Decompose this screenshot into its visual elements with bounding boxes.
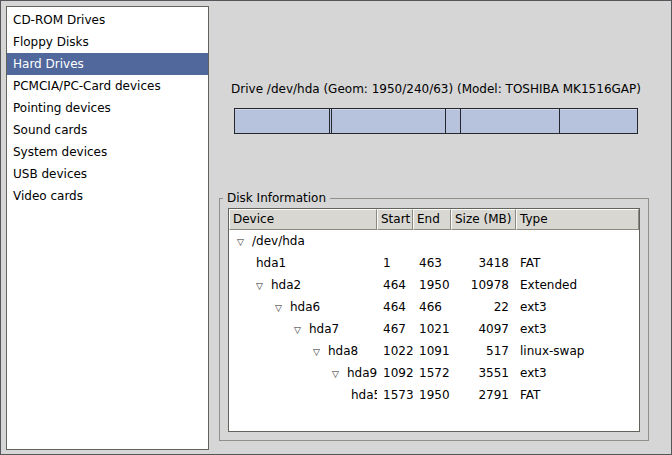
table-row[interactable]: hda5 1573 1950 2791 FAT: [229, 384, 639, 406]
size-cell: 10978: [451, 274, 516, 296]
end-cell: 1572: [413, 362, 451, 384]
device-cell: ▽hda7: [229, 318, 377, 340]
end-cell: 1950: [413, 384, 451, 406]
end-cell: 466: [413, 296, 451, 318]
table-header-row: Device Start End Size (MB) Type: [229, 209, 639, 230]
device-cell: hda1: [229, 252, 377, 274]
device-label: hda1: [256, 256, 286, 270]
expander-icon[interactable]: ▽: [256, 275, 271, 296]
column-header-start[interactable]: Start: [377, 209, 413, 230]
end-cell: [413, 230, 451, 252]
partition-segment-hda1: [235, 109, 329, 133]
partition-segment-hda8: [445, 109, 460, 133]
type-cell: FAT: [516, 384, 639, 406]
partition-segment-hda7: [331, 109, 445, 133]
column-header-end[interactable]: End: [413, 209, 451, 230]
disk-information-frame: Disk Information Device Start End Size (…: [219, 198, 649, 441]
start-cell: 1022: [377, 340, 413, 362]
type-cell: [516, 230, 639, 252]
device-cell: ▽hda2: [229, 274, 377, 296]
table-row[interactable]: ▽hda8 1022 1091 517 linux-swap: [229, 340, 639, 362]
start-cell: [377, 230, 413, 252]
disk-information-frame-label: Disk Information: [223, 191, 330, 206]
sidebar-item-floppy-disks[interactable]: Floppy Disks: [7, 31, 208, 53]
expander-icon[interactable]: ▽: [294, 319, 309, 340]
disk-partition-bar: [234, 108, 638, 134]
table-row[interactable]: ▽hda7 467 1021 4097 ext3: [229, 318, 639, 340]
size-cell: 22: [451, 296, 516, 318]
device-label: /dev/hda: [252, 234, 305, 248]
type-cell: FAT: [516, 252, 639, 274]
device-label: hda7: [309, 322, 339, 336]
size-cell: 3551: [451, 362, 516, 384]
device-cell: ▽hda6: [229, 296, 377, 318]
type-cell: ext3: [516, 318, 639, 340]
table-row[interactable]: ▽hda9 1092 1572 3551 ext3: [229, 362, 639, 384]
table-row[interactable]: ▽/dev/hda: [229, 230, 639, 252]
device-label: hda2: [271, 278, 301, 292]
device-cell: ▽hda9: [229, 362, 377, 384]
end-cell: 1021: [413, 318, 451, 340]
sidebar-item-pcmcia-devices[interactable]: PCMCIA/PC-Card devices: [7, 75, 208, 97]
column-header-size[interactable]: Size (MB): [451, 209, 516, 230]
size-cell: 2791: [451, 384, 516, 406]
type-cell: linux-swap: [516, 340, 639, 362]
expander-icon[interactable]: ▽: [237, 231, 252, 252]
expander-icon[interactable]: ▽: [275, 297, 290, 318]
drive-geometry-label: Drive /dev/hda (Geom: 1950/240/63) (Mode…: [221, 82, 651, 96]
partition-segment-hda9: [460, 109, 559, 133]
expander-icon[interactable]: ▽: [332, 363, 347, 384]
size-cell: 4097: [451, 318, 516, 340]
size-cell: 517: [451, 340, 516, 362]
sidebar-item-sound-cards[interactable]: Sound cards: [7, 119, 208, 141]
device-label: hda9: [347, 366, 377, 380]
type-cell: Extended: [516, 274, 639, 296]
hardware-browser-window: CD-ROM Drives Floppy Disks Hard Drives P…: [0, 0, 672, 455]
end-cell: 1091: [413, 340, 451, 362]
column-header-type[interactable]: Type: [516, 209, 639, 230]
size-cell: 3418: [451, 252, 516, 274]
sidebar-item-video-cards[interactable]: Video cards: [7, 185, 208, 207]
disk-information-table: Device Start End Size (MB) Type ▽/dev/hd…: [228, 208, 640, 432]
sidebar-item-system-devices[interactable]: System devices: [7, 141, 208, 163]
column-header-device[interactable]: Device: [229, 209, 377, 230]
end-cell: 1950: [413, 274, 451, 296]
device-cell: ▽hda8: [229, 340, 377, 362]
table-row[interactable]: ▽hda6 464 466 22 ext3: [229, 296, 639, 318]
start-cell: 1573: [377, 384, 413, 406]
table-row[interactable]: hda1 1 463 3418 FAT: [229, 252, 639, 274]
type-cell: ext3: [516, 296, 639, 318]
device-category-list: CD-ROM Drives Floppy Disks Hard Drives P…: [6, 6, 209, 450]
device-cell: hda5: [229, 384, 377, 406]
expander-icon[interactable]: ▽: [313, 341, 328, 362]
size-cell: [451, 230, 516, 252]
partition-segment-hda5: [559, 109, 637, 133]
start-cell: 1092: [377, 362, 413, 384]
start-cell: 464: [377, 274, 413, 296]
table-row[interactable]: ▽hda2 464 1950 10978 Extended: [229, 274, 639, 296]
device-cell: ▽/dev/hda: [229, 230, 377, 252]
device-label: hda8: [328, 344, 358, 358]
sidebar-item-cd-rom-drives[interactable]: CD-ROM Drives: [7, 9, 208, 31]
device-label: hda6: [290, 300, 320, 314]
sidebar-item-hard-drives[interactable]: Hard Drives: [7, 53, 208, 75]
start-cell: 467: [377, 318, 413, 340]
sidebar-item-pointing-devices[interactable]: Pointing devices: [7, 97, 208, 119]
sidebar-item-usb-devices[interactable]: USB devices: [7, 163, 208, 185]
device-label: hda5: [351, 388, 377, 402]
end-cell: 463: [413, 252, 451, 274]
type-cell: ext3: [516, 362, 639, 384]
start-cell: 464: [377, 296, 413, 318]
start-cell: 1: [377, 252, 413, 274]
